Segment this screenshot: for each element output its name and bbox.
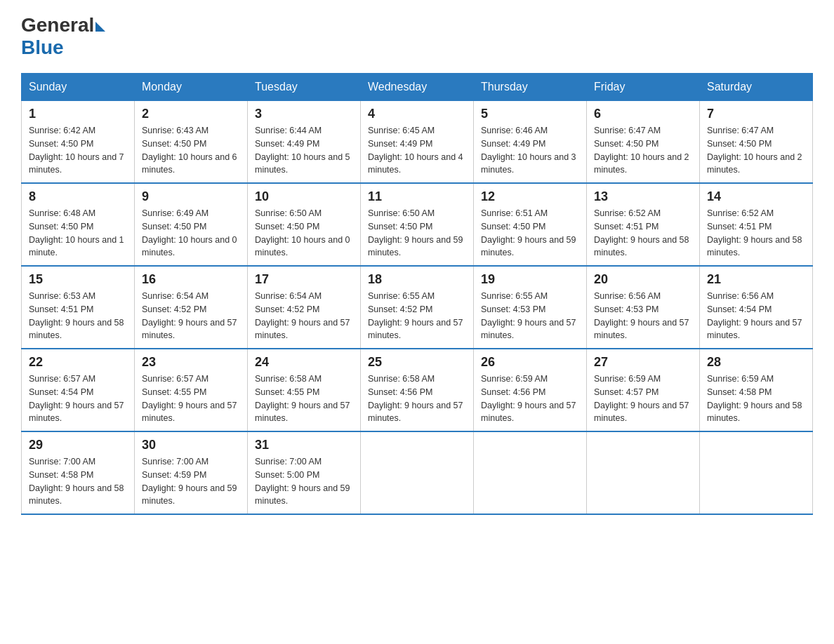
day-number: 23 [142,355,240,370]
day-number: 14 [707,189,805,204]
day-info: Sunrise: 6:58 AMSunset: 4:56 PMDaylight:… [368,373,466,425]
day-info: Sunrise: 6:50 AMSunset: 4:50 PMDaylight:… [255,207,353,260]
calendar-cell [361,431,474,514]
day-number: 28 [707,355,805,370]
day-info: Sunrise: 6:57 AMSunset: 4:54 PMDaylight:… [29,373,127,425]
day-number: 16 [142,272,240,287]
calendar-cell: 17Sunrise: 6:54 AMSunset: 4:52 PMDayligh… [248,266,361,349]
calendar-cell: 12Sunrise: 6:51 AMSunset: 4:50 PMDayligh… [474,183,587,266]
header-saturday: Saturday [700,74,813,101]
calendar-cell: 18Sunrise: 6:55 AMSunset: 4:52 PMDayligh… [361,266,474,349]
day-number: 26 [481,355,579,370]
day-info: Sunrise: 7:00 AMSunset: 4:58 PMDaylight:… [29,455,127,508]
calendar-cell: 14Sunrise: 6:52 AMSunset: 4:51 PMDayligh… [700,183,813,266]
calendar-cell [700,431,813,514]
day-info: Sunrise: 6:55 AMSunset: 4:53 PMDaylight:… [481,290,579,342]
day-info: Sunrise: 6:46 AMSunset: 4:49 PMDaylight:… [481,124,579,177]
header-sunday: Sunday [22,74,135,101]
calendar-cell: 25Sunrise: 6:58 AMSunset: 4:56 PMDayligh… [361,349,474,431]
calendar-cell: 28Sunrise: 6:59 AMSunset: 4:58 PMDayligh… [700,349,813,431]
day-number: 30 [142,438,240,452]
calendar-cell: 9Sunrise: 6:49 AMSunset: 4:50 PMDaylight… [135,183,248,266]
header-monday: Monday [135,74,248,101]
header-tuesday: Tuesday [248,74,361,101]
day-number: 12 [481,189,579,204]
calendar-cell: 10Sunrise: 6:50 AMSunset: 4:50 PMDayligh… [248,183,361,266]
calendar-cell [587,431,700,514]
logo-blue-part [94,19,105,32]
day-info: Sunrise: 6:45 AMSunset: 4:49 PMDaylight:… [368,124,466,177]
calendar-week-1: 1Sunrise: 6:42 AMSunset: 4:50 PMDaylight… [22,101,813,184]
calendar-week-5: 29Sunrise: 7:00 AMSunset: 4:58 PMDayligh… [22,431,813,514]
day-info: Sunrise: 6:57 AMSunset: 4:55 PMDaylight:… [142,373,240,425]
calendar-cell [474,431,587,514]
day-info: Sunrise: 6:49 AMSunset: 4:50 PMDaylight:… [142,207,240,260]
calendar-cell: 13Sunrise: 6:52 AMSunset: 4:51 PMDayligh… [587,183,700,266]
calendar-cell: 3Sunrise: 6:44 AMSunset: 4:49 PMDaylight… [248,101,361,184]
logo-general-text: General [21,14,94,36]
day-number: 7 [707,107,805,121]
day-number: 18 [368,272,466,287]
header-wednesday: Wednesday [361,74,474,101]
day-number: 25 [368,355,466,370]
day-info: Sunrise: 6:56 AMSunset: 4:53 PMDaylight:… [594,290,692,342]
calendar-cell: 19Sunrise: 6:55 AMSunset: 4:53 PMDayligh… [474,266,587,349]
day-number: 29 [29,438,127,452]
logo-blue-text: Blue [21,36,64,59]
calendar-cell: 24Sunrise: 6:58 AMSunset: 4:55 PMDayligh… [248,349,361,431]
calendar-cell: 5Sunrise: 6:46 AMSunset: 4:49 PMDaylight… [474,101,587,184]
day-number: 1 [29,107,127,121]
calendar-cell: 29Sunrise: 7:00 AMSunset: 4:58 PMDayligh… [22,431,135,514]
day-info: Sunrise: 6:55 AMSunset: 4:52 PMDaylight:… [368,290,466,342]
calendar-week-4: 22Sunrise: 6:57 AMSunset: 4:54 PMDayligh… [22,349,813,431]
day-number: 15 [29,272,127,287]
day-number: 19 [481,272,579,287]
day-number: 20 [594,272,692,287]
calendar-cell: 16Sunrise: 6:54 AMSunset: 4:52 PMDayligh… [135,266,248,349]
day-info: Sunrise: 6:51 AMSunset: 4:50 PMDaylight:… [481,207,579,260]
day-number: 10 [255,189,353,204]
calendar-cell: 21Sunrise: 6:56 AMSunset: 4:54 PMDayligh… [700,266,813,349]
logo: General Blue [21,14,105,59]
calendar-cell: 11Sunrise: 6:50 AMSunset: 4:50 PMDayligh… [361,183,474,266]
day-number: 24 [255,355,353,370]
day-info: Sunrise: 6:58 AMSunset: 4:55 PMDaylight:… [255,373,353,425]
day-info: Sunrise: 7:00 AMSunset: 4:59 PMDaylight:… [142,455,240,508]
day-number: 11 [368,189,466,204]
day-number: 17 [255,272,353,287]
page-header: General Blue [21,14,813,59]
calendar-cell: 1Sunrise: 6:42 AMSunset: 4:50 PMDaylight… [22,101,135,184]
day-number: 31 [255,438,353,452]
day-info: Sunrise: 6:47 AMSunset: 4:50 PMDaylight:… [707,124,805,177]
calendar-cell: 8Sunrise: 6:48 AMSunset: 4:50 PMDaylight… [22,183,135,266]
day-info: Sunrise: 6:42 AMSunset: 4:50 PMDaylight:… [29,124,127,177]
day-info: Sunrise: 6:56 AMSunset: 4:54 PMDaylight:… [707,290,805,342]
calendar-cell: 7Sunrise: 6:47 AMSunset: 4:50 PMDaylight… [700,101,813,184]
day-number: 22 [29,355,127,370]
calendar-cell: 26Sunrise: 6:59 AMSunset: 4:56 PMDayligh… [474,349,587,431]
header-friday: Friday [587,74,700,101]
calendar-cell: 27Sunrise: 6:59 AMSunset: 4:57 PMDayligh… [587,349,700,431]
day-number: 21 [707,272,805,287]
calendar-cell: 31Sunrise: 7:00 AMSunset: 5:00 PMDayligh… [248,431,361,514]
day-info: Sunrise: 6:44 AMSunset: 4:49 PMDaylight:… [255,124,353,177]
header-thursday: Thursday [474,74,587,101]
day-info: Sunrise: 6:48 AMSunset: 4:50 PMDaylight:… [29,207,127,260]
day-number: 3 [255,107,353,121]
day-info: Sunrise: 7:00 AMSunset: 5:00 PMDaylight:… [255,455,353,508]
day-info: Sunrise: 6:54 AMSunset: 4:52 PMDaylight:… [142,290,240,342]
calendar-table: SundayMondayTuesdayWednesdayThursdayFrid… [21,73,813,515]
day-number: 27 [594,355,692,370]
calendar-cell: 4Sunrise: 6:45 AMSunset: 4:49 PMDaylight… [361,101,474,184]
logo-arrow-icon [95,22,105,32]
day-number: 8 [29,189,127,204]
calendar-week-2: 8Sunrise: 6:48 AMSunset: 4:50 PMDaylight… [22,183,813,266]
calendar-cell: 15Sunrise: 6:53 AMSunset: 4:51 PMDayligh… [22,266,135,349]
calendar-cell: 2Sunrise: 6:43 AMSunset: 4:50 PMDaylight… [135,101,248,184]
day-info: Sunrise: 6:43 AMSunset: 4:50 PMDaylight:… [142,124,240,177]
calendar-cell: 20Sunrise: 6:56 AMSunset: 4:53 PMDayligh… [587,266,700,349]
calendar-cell: 6Sunrise: 6:47 AMSunset: 4:50 PMDaylight… [587,101,700,184]
calendar-header-row: SundayMondayTuesdayWednesdayThursdayFrid… [22,74,813,101]
day-info: Sunrise: 6:52 AMSunset: 4:51 PMDaylight:… [707,207,805,260]
day-info: Sunrise: 6:52 AMSunset: 4:51 PMDaylight:… [594,207,692,260]
